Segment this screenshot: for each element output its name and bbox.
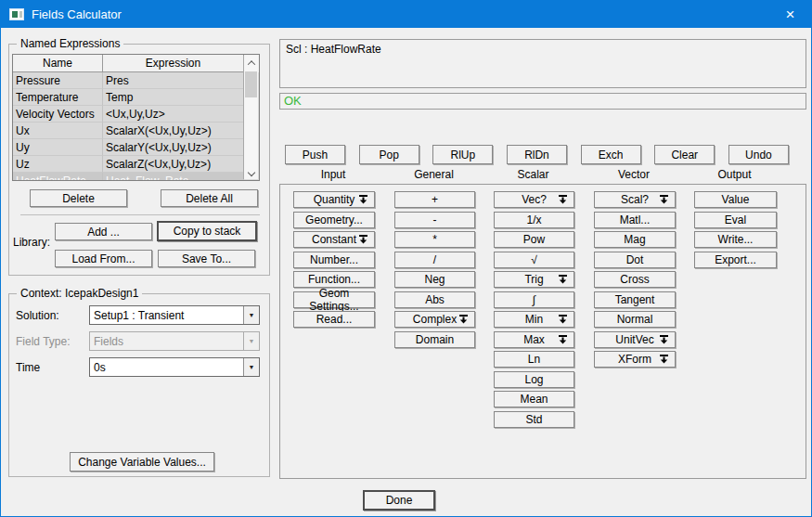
solution-select[interactable]: Setup1 : Transient ▼ bbox=[89, 305, 260, 325]
calc-button-*[interactable]: * bbox=[394, 231, 475, 248]
column-header-name[interactable]: Name bbox=[13, 55, 103, 72]
calc-button-[interactable]: ∫ bbox=[494, 291, 574, 308]
expressions-table[interactable]: Name Expression PressurePresTemperatureT… bbox=[12, 54, 260, 181]
down-arrow-to-stack-icon bbox=[358, 195, 368, 204]
calc-button-[interactable]: √ bbox=[494, 252, 574, 268]
calc-button-number[interactable]: Number... bbox=[293, 252, 375, 268]
calc-button-tangent[interactable]: Tangent bbox=[594, 291, 676, 308]
calc-button-label: Mean bbox=[520, 393, 548, 406]
stack-button-exch[interactable]: Exch bbox=[581, 145, 641, 164]
stack-button-rldn[interactable]: RlDn bbox=[507, 145, 567, 164]
calc-button-+[interactable]: + bbox=[394, 191, 475, 208]
stack-button-clear[interactable]: Clear bbox=[654, 145, 715, 164]
solution-value: Setup1 : Transient bbox=[90, 309, 243, 322]
scrollbar-thumb[interactable] bbox=[245, 71, 257, 97]
calc-button-quantity[interactable]: Quantity bbox=[293, 191, 375, 208]
calc-button-domain[interactable]: Domain bbox=[394, 331, 475, 348]
calc-button-geom-settings[interactable]: Geom Settings... bbox=[293, 291, 375, 308]
add-button[interactable]: Add ... bbox=[55, 223, 152, 240]
calc-button-vec?[interactable]: Vec? bbox=[494, 191, 574, 208]
calc-button-label: / bbox=[433, 253, 436, 266]
calc-button-write[interactable]: Write... bbox=[694, 231, 777, 248]
calc-button-export[interactable]: Export... bbox=[694, 252, 777, 268]
load-from-button[interactable]: Load From... bbox=[55, 250, 152, 267]
calc-column-label-scalar: Scalar bbox=[493, 168, 574, 181]
delete-button[interactable]: Delete bbox=[30, 189, 127, 207]
column-header-expression[interactable]: Expression bbox=[103, 55, 244, 72]
table-row[interactable]: Velocity Vectors<Ux,Uy,Uz> bbox=[13, 106, 244, 123]
chevron-down-icon[interactable]: ▼ bbox=[243, 306, 259, 324]
calc-button-ln[interactable]: Ln bbox=[494, 351, 574, 368]
calc-button-constant[interactable]: Constant bbox=[293, 231, 375, 248]
name-cell: HeatFlowRate bbox=[13, 173, 103, 181]
calc-button-dot[interactable]: Dot bbox=[594, 252, 676, 268]
calc-button-min[interactable]: Min bbox=[494, 311, 574, 328]
table-row[interactable]: TemperatureTemp bbox=[13, 89, 244, 106]
calc-button-mag[interactable]: Mag bbox=[594, 231, 676, 248]
calc-button-label: Abs bbox=[425, 293, 445, 306]
down-arrow-to-stack-icon bbox=[659, 335, 669, 344]
calc-button-geometry[interactable]: Geometry... bbox=[293, 212, 375, 228]
calc-button-label: ∫ bbox=[533, 293, 535, 306]
down-arrow-to-stack-icon bbox=[558, 335, 568, 344]
calc-button-unitvec[interactable]: UnitVec bbox=[594, 331, 676, 348]
calc-column-label-input: Input bbox=[292, 168, 374, 181]
calc-button-std[interactable]: Std bbox=[494, 411, 574, 428]
calc-button-abs[interactable]: Abs bbox=[394, 291, 475, 308]
stack-button-rlup[interactable]: RlUp bbox=[432, 145, 493, 164]
calc-button-pow[interactable]: Pow bbox=[494, 231, 574, 248]
stack-button-push[interactable]: Push bbox=[285, 145, 345, 164]
table-row[interactable]: UzScalarZ(<Ux,Uy,Uz>) bbox=[13, 156, 244, 173]
calc-button-1/x[interactable]: 1/x bbox=[494, 212, 574, 228]
delete-all-button[interactable]: Delete All bbox=[161, 189, 258, 207]
calc-button-scal?[interactable]: Scal? bbox=[594, 191, 676, 208]
calc-button-value[interactable]: Value bbox=[694, 191, 777, 208]
scroll-up-icon[interactable] bbox=[244, 56, 258, 70]
calc-button-/[interactable]: / bbox=[394, 252, 475, 268]
calc-button-normal[interactable]: Normal bbox=[594, 311, 676, 328]
calc-grid: QuantityGeometry...ConstantNumber...Func… bbox=[279, 184, 806, 479]
calc-button-trig[interactable]: Trig bbox=[494, 271, 574, 288]
scroll-down-icon[interactable] bbox=[244, 165, 258, 179]
change-variable-values-button[interactable]: Change Variable Values... bbox=[70, 452, 214, 472]
table-row[interactable]: UxScalarX(<Ux,Uy,Uz>) bbox=[13, 123, 244, 139]
calc-button-[interactable]: - bbox=[394, 212, 475, 228]
calc-button-matl[interactable]: Matl... bbox=[594, 212, 676, 228]
table-row[interactable]: UyScalarY(<Ux,Uy,Uz>) bbox=[13, 139, 244, 156]
table-row[interactable]: HeatFlowRateHeat_Flow_Rate bbox=[13, 173, 244, 181]
calc-button-xform[interactable]: XForm bbox=[594, 351, 676, 368]
expression-cell: ScalarZ(<Ux,Uy,Uz>) bbox=[103, 156, 244, 173]
calc-button-label: Domain bbox=[416, 333, 454, 346]
calc-button-label: Complex bbox=[413, 313, 457, 326]
calc-button-label: Ln bbox=[528, 353, 540, 366]
down-arrow-to-stack-icon bbox=[558, 315, 568, 324]
calc-button-cross[interactable]: Cross bbox=[594, 271, 676, 288]
stack-button-undo[interactable]: Undo bbox=[728, 145, 789, 164]
calc-button-complex[interactable]: Complex bbox=[394, 311, 475, 328]
library-label: Library: bbox=[13, 236, 50, 249]
title-bar[interactable]: Fields Calculator × bbox=[1, 1, 811, 28]
save-to-button[interactable]: Save To... bbox=[158, 250, 255, 267]
calc-button-log[interactable]: Log bbox=[494, 371, 574, 388]
calc-column-input: QuantityGeometry...ConstantNumber...Func… bbox=[293, 191, 375, 331]
calc-button-read[interactable]: Read... bbox=[293, 311, 375, 328]
calc-button-mean[interactable]: Mean bbox=[494, 391, 574, 407]
close-icon[interactable]: × bbox=[769, 1, 811, 28]
calc-button-function[interactable]: Function... bbox=[293, 271, 375, 288]
copy-to-stack-button[interactable]: Copy to stack bbox=[157, 221, 257, 241]
chevron-down-icon[interactable]: ▼ bbox=[243, 358, 259, 376]
stack-button-pop[interactable]: Pop bbox=[359, 145, 419, 164]
expressions-scrollbar[interactable] bbox=[243, 56, 258, 179]
down-arrow-to-stack-icon bbox=[458, 315, 469, 324]
calc-button-eval[interactable]: Eval bbox=[694, 212, 777, 228]
calc-button-label: Tangent bbox=[615, 293, 655, 306]
stack-display[interactable]: Scl : HeatFlowRate bbox=[279, 39, 806, 88]
table-row[interactable]: PressurePres bbox=[13, 72, 244, 89]
time-select[interactable]: 0s ▼ bbox=[89, 357, 260, 377]
calc-button-neg[interactable]: Neg bbox=[394, 271, 475, 288]
calc-button-max[interactable]: Max bbox=[494, 331, 574, 348]
calc-button-label: Eval bbox=[725, 213, 746, 226]
name-cell: Temperature bbox=[13, 89, 103, 106]
expression-cell: Temp bbox=[103, 89, 244, 106]
done-button[interactable]: Done bbox=[363, 490, 435, 511]
